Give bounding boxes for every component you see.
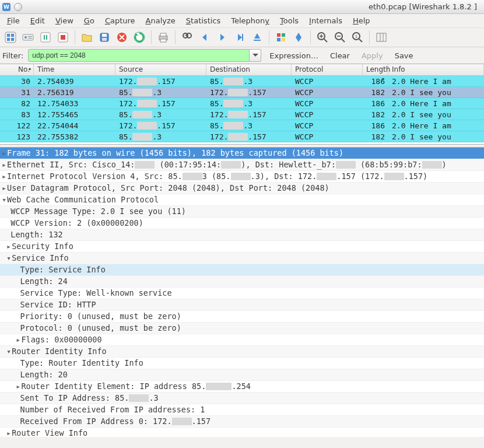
colorize-icon[interactable] bbox=[273, 29, 289, 46]
svg-rect-40 bbox=[377, 33, 386, 41]
service-type-row[interactable]: Service Type: Well-known service bbox=[0, 288, 484, 299]
column-no[interactable]: No. ▪ bbox=[0, 64, 34, 75]
menu-capture[interactable]: Capture bbox=[100, 15, 140, 26]
title-bar: W eth0.pcap [Wireshark 1.8.2 ] bbox=[0, 0, 484, 14]
filter-save-button[interactable]: Save bbox=[391, 50, 417, 61]
svg-rect-1 bbox=[7, 34, 10, 37]
table-row[interactable]: 12322.75538285..3172..157WCCP1822.0 I se… bbox=[0, 131, 484, 142]
svg-text:1: 1 bbox=[355, 34, 357, 39]
router-identity-length-row[interactable]: Length: 20 bbox=[0, 369, 484, 381]
table-row[interactable]: 302.754039172..15785..3WCCP1862.0 Here I… bbox=[0, 76, 484, 87]
table-row[interactable]: 8212.754033172..15785..3WCCP1862.0 Here … bbox=[0, 98, 484, 109]
packet-list-pane[interactable]: No. ▪ Time Source Destination Protocol L… bbox=[0, 64, 484, 144]
filter-dropdown-icon[interactable] bbox=[250, 49, 261, 62]
open-icon[interactable] bbox=[79, 29, 95, 46]
menu-tools[interactable]: Tools bbox=[275, 15, 303, 26]
zoom-100-icon[interactable]: 1 bbox=[349, 29, 366, 46]
udp-row[interactable]: ▸User Datagram Protocol, Src Port: 2048 … bbox=[0, 183, 484, 194]
svg-rect-24 bbox=[242, 34, 243, 41]
svg-rect-7 bbox=[28, 36, 32, 37]
router-view-info-row[interactable]: ▸Router View Info bbox=[0, 428, 484, 437]
service-flags-row[interactable]: ▸Flags: 0x00000000 bbox=[0, 334, 484, 346]
menu-analyze[interactable]: Analyze bbox=[141, 15, 180, 26]
security-info-row[interactable]: ▸Security Info bbox=[0, 241, 484, 253]
wccp-version-row[interactable]: WCCP Version: 2 (0x00000200) bbox=[0, 218, 484, 229]
svg-rect-20 bbox=[160, 33, 166, 36]
toolbar: 1 bbox=[0, 27, 484, 47]
filter-clear-button[interactable]: Clear bbox=[327, 50, 353, 61]
save-icon[interactable] bbox=[96, 29, 113, 46]
column-destination[interactable]: Destination bbox=[206, 64, 292, 75]
interfaces-icon[interactable] bbox=[2, 29, 19, 46]
close-icon[interactable] bbox=[114, 29, 130, 46]
router-identity-type-row[interactable]: Type: Router Identity Info bbox=[0, 358, 484, 369]
options-icon[interactable] bbox=[20, 29, 36, 46]
router-identity-element-row[interactable]: ▸Router Identity Element: IP address 85.… bbox=[0, 381, 484, 393]
window-close-button[interactable] bbox=[14, 3, 22, 11]
router-num-received-row[interactable]: Number of Received From IP addresses: 1 bbox=[0, 404, 484, 416]
print-icon[interactable] bbox=[155, 29, 171, 46]
filter-input[interactable] bbox=[28, 49, 250, 62]
column-length[interactable]: Length ▪ bbox=[363, 64, 388, 75]
svg-rect-25 bbox=[254, 40, 261, 41]
filter-expression-button[interactable]: Expression… bbox=[266, 50, 322, 61]
column-protocol[interactable]: Protocol bbox=[292, 64, 363, 75]
go-first-icon[interactable] bbox=[249, 29, 265, 46]
service-info-type-row[interactable]: Type: Service Info bbox=[0, 264, 484, 276]
column-time[interactable]: Time bbox=[34, 64, 115, 75]
go-forward-icon[interactable] bbox=[214, 29, 230, 46]
menu-statistics[interactable]: Statistics bbox=[181, 15, 225, 26]
svg-rect-27 bbox=[282, 33, 285, 37]
auto-scroll-icon[interactable] bbox=[290, 29, 307, 46]
wccp-length-row[interactable]: Length: 132 bbox=[0, 229, 484, 241]
service-info-row[interactable]: ▾Service Info bbox=[0, 253, 484, 264]
zoom-in-icon[interactable] bbox=[314, 29, 331, 46]
menu-internals[interactable]: Internals bbox=[304, 15, 347, 26]
ip-row[interactable]: ▸Internet Protocol Version 4, Src: 85.3 … bbox=[0, 171, 484, 183]
svg-rect-16 bbox=[102, 38, 107, 41]
frame-summary-row[interactable]: ▸Frame 31: 182 bytes on wire (1456 bits)… bbox=[0, 148, 484, 159]
go-back-icon[interactable] bbox=[197, 29, 213, 46]
svg-rect-8 bbox=[28, 38, 32, 38]
table-row[interactable]: 312.75631985..3172..157WCCP1822.0 I see … bbox=[0, 87, 484, 98]
app-icon: W bbox=[2, 3, 10, 11]
menu-telephony[interactable]: Telephony bbox=[226, 15, 274, 26]
service-info-length-row[interactable]: Length: 24 bbox=[0, 276, 484, 288]
packet-list-body[interactable]: 302.754039172..15785..3WCCP1862.0 Here I… bbox=[0, 76, 484, 142]
svg-rect-3 bbox=[7, 38, 10, 41]
table-row[interactable]: 12222.754044172..15785..3WCCP1862.0 Here… bbox=[0, 120, 484, 131]
reload-icon[interactable] bbox=[131, 29, 148, 46]
service-protocol-row[interactable]: Protocol: 0 (unused, must be zero) bbox=[0, 323, 484, 334]
stop-capture-icon[interactable] bbox=[55, 29, 71, 46]
ethernet-row[interactable]: ▸Ethernet II, Src: Cisco_14: (00:17:95:1… bbox=[0, 159, 484, 171]
svg-rect-10 bbox=[44, 35, 45, 40]
svg-rect-4 bbox=[11, 38, 14, 41]
router-identity-row[interactable]: ▾Router Identity Info bbox=[0, 346, 484, 358]
service-priority-row[interactable]: Priority: 0 (unused, must be zero) bbox=[0, 311, 484, 323]
filter-label: Filter: bbox=[2, 51, 23, 60]
router-sent-to-row[interactable]: Sent To IP Address: 85..3 bbox=[0, 393, 484, 404]
zoom-out-icon[interactable] bbox=[332, 29, 348, 46]
column-info[interactable]: Info bbox=[388, 64, 484, 75]
menu-go[interactable]: Go bbox=[79, 15, 99, 26]
menu-file[interactable]: File bbox=[2, 15, 24, 26]
column-source[interactable]: Source bbox=[115, 64, 206, 75]
go-to-icon[interactable] bbox=[232, 29, 248, 46]
menu-help[interactable]: Help bbox=[348, 15, 375, 26]
service-id-row[interactable]: Service ID: HTTP bbox=[0, 299, 484, 311]
filter-bar: Filter: Expression… Clear Apply Save bbox=[0, 47, 484, 64]
filter-apply-button[interactable]: Apply bbox=[358, 50, 387, 61]
wccp-msgtype-row[interactable]: WCCP Message Type: 2.0 I see you (11) bbox=[0, 206, 484, 218]
menu-view[interactable]: View bbox=[51, 15, 78, 26]
menu-edit[interactable]: Edit bbox=[26, 15, 50, 26]
wccp-row[interactable]: ▾Web Cache Communication Protocol bbox=[0, 194, 484, 206]
packet-list-header: No. ▪ Time Source Destination Protocol L… bbox=[0, 64, 484, 76]
router-received-from-row[interactable]: Received From IP Address 0: 172..157 bbox=[0, 416, 484, 428]
svg-line-38 bbox=[359, 39, 362, 42]
table-row[interactable]: 8312.75546585..3172..157WCCP1822.0 I see… bbox=[0, 109, 484, 120]
filter-combo bbox=[28, 49, 261, 62]
packet-details-pane[interactable]: ▸Frame 31: 182 bytes on wire (1456 bits)… bbox=[0, 148, 484, 437]
resize-columns-icon[interactable] bbox=[373, 29, 390, 46]
find-icon[interactable] bbox=[179, 29, 195, 46]
start-capture-icon[interactable] bbox=[37, 29, 54, 46]
